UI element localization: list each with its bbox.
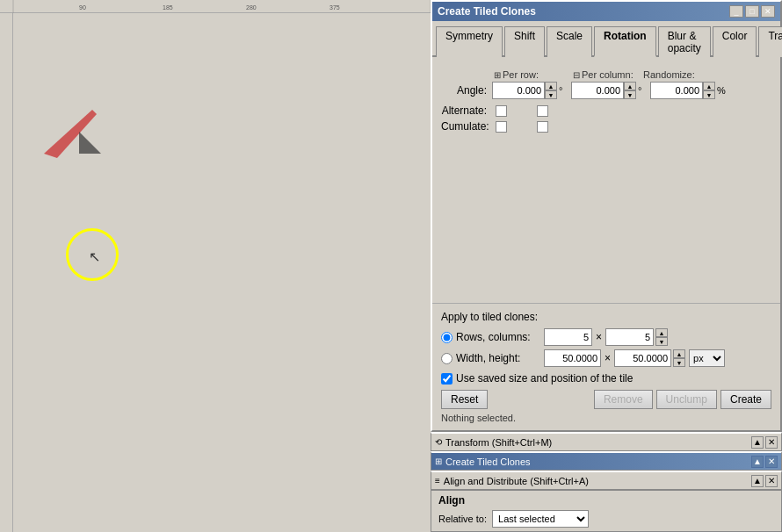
transform-icon: ⟲ <box>435 437 442 447</box>
use-saved-size-checkbox[interactable] <box>441 373 453 385</box>
tab-shift[interactable]: Shift <box>504 26 545 57</box>
ruler-top: 90 185 280 375 <box>0 0 431 13</box>
minimize-button[interactable]: _ <box>729 5 743 18</box>
height-up[interactable]: ▲ <box>673 349 685 358</box>
grid-col-icon: ⊟ <box>573 70 580 80</box>
angle-per-row-input[interactable] <box>492 82 545 99</box>
close-button[interactable]: ✕ <box>761 5 775 18</box>
alternate-label: Alternate: <box>441 104 492 117</box>
alternate-row: Alternate: <box>441 104 771 117</box>
alternate-row-checkbox[interactable] <box>496 105 507 117</box>
angle-per-row-spinner: ▲ ▼ <box>545 82 557 99</box>
tiled-clones-up-button[interactable]: ▲ <box>751 456 764 468</box>
cursor-arrow: ↖ <box>89 248 100 265</box>
angle-randomize-input[interactable] <box>650 82 703 99</box>
angle-per-col-group: ▲ ▼ ° <box>571 82 650 99</box>
cumulate-label: Cumulate: <box>441 120 492 133</box>
tab-blur-opacity[interactable]: Blur & opacity <box>658 26 711 57</box>
tab-symmetry[interactable]: Symmetry <box>436 26 503 57</box>
unit-select[interactable]: px mm cm <box>689 349 725 367</box>
angle-per-col-input[interactable] <box>571 82 624 99</box>
dialog-title: Create Tiled Clones <box>438 5 536 18</box>
cumulate-row: Cumulate: <box>441 120 771 133</box>
align-close-button[interactable]: ✕ <box>765 475 778 487</box>
tab-scale[interactable]: Scale <box>547 26 592 57</box>
cols-up[interactable]: ▲ <box>655 328 668 337</box>
width-height-row: Width, height: × ▲ ▼ px mm cm <box>441 349 771 367</box>
transform-panel-bar: ⟲ Transform (Shift+Ctrl+M) ▲ ✕ <box>431 432 782 451</box>
angle-per-row-up[interactable]: ▲ <box>545 82 557 90</box>
per-column-header: ⊟ Per column: <box>573 69 643 80</box>
tab-color[interactable]: Color <box>713 26 757 57</box>
ruler-left <box>0 13 13 532</box>
unclump-button[interactable]: Unclump <box>656 390 717 409</box>
use-saved-size-row: Use saved size and position of the tile <box>441 372 771 385</box>
tiled-clones-panel-bar: ⊞ Create Tiled Clones ▲ ✕ <box>431 451 782 471</box>
transform-up-button[interactable]: ▲ <box>751 436 764 449</box>
svg-text:280: 280 <box>246 4 257 11</box>
titlebar-buttons: _ □ ✕ <box>729 5 775 18</box>
maximize-button[interactable]: □ <box>745 5 759 18</box>
cols-input[interactable] <box>605 328 654 346</box>
column-headers: ⊞ Per row: ⊟ Per column: Randomize: <box>494 69 771 80</box>
canvas-content: ↖ <box>13 13 431 532</box>
angle-per-row-group: ▲ ▼ ° <box>492 82 571 99</box>
width-height-label: Width, height: <box>456 352 544 364</box>
bottom-section: Apply to tiled clones: Rows, columns: × … <box>432 303 780 430</box>
canvas-area: 90 185 280 375 ↖ <box>0 0 431 532</box>
angle-section: ⊞ Per row: ⊟ Per column: Randomize: Angl… <box>441 69 771 133</box>
angle-row-unit: ° <box>559 85 562 96</box>
create-tiled-clones-dialog: Create Tiled Clones _ □ ✕ Symmetry Shift… <box>431 0 782 432</box>
cols-down[interactable]: ▼ <box>655 337 668 346</box>
tiled-clones-panel-left: ⊞ Create Tiled Clones <box>435 457 531 467</box>
per-row-header: ⊞ Per row: <box>494 69 573 80</box>
alternate-col-checkbox[interactable] <box>537 105 548 117</box>
rotation-tab-content: ⊞ Per row: ⊟ Per column: Randomize: Angl… <box>432 57 780 303</box>
svg-text:90: 90 <box>79 4 86 11</box>
align-panel-bar: ≡ Align and Distribute (Shift+Ctrl+A) ▲ … <box>431 471 782 490</box>
transform-panel-title: Transform (Shift+Ctrl+M) <box>445 437 552 448</box>
angle-rand-unit: % <box>717 85 726 96</box>
relative-to-select[interactable]: Last selected First selected Page Drawin… <box>492 510 589 528</box>
remove-button[interactable]: Remove <box>594 390 653 409</box>
angle-rand-down[interactable]: ▼ <box>703 90 715 99</box>
align-up-button[interactable]: ▲ <box>751 475 764 487</box>
angle-per-row-down[interactable]: ▼ <box>545 90 557 99</box>
transform-panel-left: ⟲ Transform (Shift+Ctrl+M) <box>435 437 552 448</box>
angle-randomize-group: ▲ ▼ % <box>650 82 729 99</box>
relative-row: Relative to: Last selected First selecte… <box>438 510 774 528</box>
angle-col-unit: ° <box>638 85 641 96</box>
height-down[interactable]: ▼ <box>673 358 685 367</box>
height-spinner: ▲ ▼ <box>673 349 685 367</box>
align-title: Align <box>438 494 774 507</box>
angle-per-col-up[interactable]: ▲ <box>624 82 636 90</box>
height-input[interactable] <box>614 349 671 367</box>
rows-input[interactable] <box>544 328 592 346</box>
reset-button[interactable]: Reset <box>441 390 488 409</box>
dialog-titlebar: Create Tiled Clones _ □ ✕ <box>432 2 780 21</box>
angle-rand-up[interactable]: ▲ <box>703 82 715 90</box>
bottom-panels: ⟲ Transform (Shift+Ctrl+M) ▲ ✕ ⊞ Create … <box>431 432 782 532</box>
create-button[interactable]: Create <box>720 390 771 409</box>
rows-columns-label: Rows, columns: <box>456 331 544 343</box>
angle-per-col-down[interactable]: ▼ <box>624 90 636 99</box>
angle-rand-spinner: ▲ ▼ <box>703 82 715 99</box>
cumulate-col-checkbox[interactable] <box>537 121 548 133</box>
width-input[interactable] <box>544 349 601 367</box>
use-saved-size-label: Use saved size and position of the tile <box>456 372 633 385</box>
cumulate-row-checkbox[interactable] <box>496 121 507 133</box>
tab-rotation[interactable]: Rotation <box>594 26 656 57</box>
relative-to-label: Relative to: <box>438 514 487 524</box>
tab-trace[interactable]: Trace <box>758 26 782 57</box>
cumulate-checkboxes <box>496 121 548 133</box>
transform-close-button[interactable]: ✕ <box>765 436 778 449</box>
grid-row-icon: ⊞ <box>494 70 501 80</box>
tiled-clones-close-button[interactable]: ✕ <box>765 456 778 468</box>
width-height-radio[interactable] <box>441 353 453 364</box>
right-panel: Create Tiled Clones _ □ ✕ Symmetry Shift… <box>431 0 782 532</box>
rows-columns-row: Rows, columns: × ▲ ▼ <box>441 328 771 346</box>
cursor-indicator: ↖ <box>66 228 119 281</box>
rows-columns-radio[interactable] <box>441 332 453 343</box>
action-row: Reset Remove Unclump Create <box>441 390 771 409</box>
svg-text:375: 375 <box>329 4 340 11</box>
